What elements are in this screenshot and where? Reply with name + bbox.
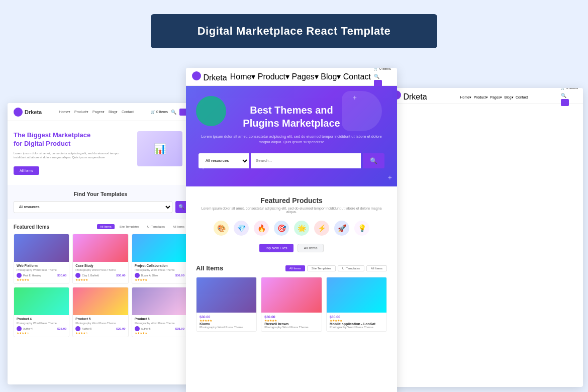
left-logo: Drketa xyxy=(14,108,42,117)
left-hero: The Biggest Marketplace for Digital Prod… xyxy=(8,121,193,185)
product-name: Web Platform xyxy=(17,264,66,267)
star-rating: ★★★★★ xyxy=(200,319,253,322)
featured-items-section: Featured Items All Items Site Templates … xyxy=(8,219,193,342)
hero-search-input[interactable] xyxy=(251,153,361,168)
menu-button[interactable] xyxy=(561,99,569,106)
list-item: Project Collaboration Photography Word P… xyxy=(132,234,187,284)
category-icon-2[interactable]: 💎 xyxy=(234,221,249,236)
product-category: Photography Word Press Theme xyxy=(75,322,125,325)
title-banner: Digital Marketplace React Template xyxy=(151,14,437,48)
list-item: Web Platform Photography Word Press Them… xyxy=(14,234,69,284)
star-rating: ★★★★★ xyxy=(135,331,184,335)
tab-all-items-2[interactable]: All Items xyxy=(170,224,187,229)
left-hero-image xyxy=(137,131,187,175)
category-icon-1[interactable]: 🎨 xyxy=(214,221,229,236)
category-icon-6[interactable]: ⚡ xyxy=(314,221,329,236)
avatar xyxy=(17,326,22,331)
left-hero-text: The Biggest Marketplace for Digital Prod… xyxy=(14,131,132,175)
ai-tab-all[interactable]: All Items xyxy=(285,265,305,271)
cart-button[interactable]: 🛒 0 Items xyxy=(561,88,578,90)
left-screenshot: Drketa Home▾ Product▾ Pages▾ Blog▾ Conta… xyxy=(8,103,193,384)
tab-all-items[interactable]: All Items xyxy=(97,224,115,229)
search-icon[interactable]: 🔍 xyxy=(561,93,566,98)
right-navbar: Drketa Home▾ Product▾ Pages▾ Blog▾ Conta… xyxy=(387,88,583,104)
category-icon-7[interactable]: 🚀 xyxy=(334,221,349,236)
all-items-section: All Items All Items Site Templates UI Te… xyxy=(186,264,397,337)
right-screenshot: Drketa Home▾ Product▾ Pages▾ Blog▾ Conta… xyxy=(387,88,583,387)
product-category: Photography Word Press Theme xyxy=(75,268,125,271)
tab-site-templates[interactable]: Site Templates xyxy=(117,224,142,229)
center-hero: + + + Best Themes and Plugins Marketplac… xyxy=(186,86,397,186)
right-nav-icons: 🛒 0 Items 🔍 xyxy=(561,88,578,106)
cart-button[interactable]: 🛒 0 Items xyxy=(151,110,168,114)
center-featured-products: Featured Products Lorem ipsum dolor sit … xyxy=(186,186,397,264)
product-name: Product 4 xyxy=(17,317,66,321)
list-item: Case Study Photography Word Press Theme … xyxy=(72,234,128,284)
search-row: All resources 🔍 xyxy=(14,201,187,213)
category-icon-8[interactable]: 💡 xyxy=(354,221,369,236)
center-nav-links: Home▾ Product▾ Pages▾ Blog▾ Contact xyxy=(230,72,371,81)
price: $30.00 xyxy=(330,315,383,319)
logo-icon xyxy=(14,108,23,117)
center-tabs: Top New Files All Items xyxy=(196,244,387,252)
product-thumbnail xyxy=(327,277,386,313)
product-thumbnail xyxy=(14,234,69,262)
price: $30.00 xyxy=(116,274,125,277)
all-items-button[interactable]: All Items xyxy=(14,166,39,175)
product-thumbnail xyxy=(261,277,321,313)
category-icon-3[interactable]: 🔥 xyxy=(254,221,269,236)
author-name: Author 6 xyxy=(141,327,151,330)
center-logo-text: Drketa xyxy=(203,73,227,82)
center-hero-description: Lorem ipsum dolor sit amet, consectetur … xyxy=(199,134,384,145)
product-thumbnail xyxy=(197,277,256,313)
product-category: Photography Word Press Theme xyxy=(264,326,318,329)
hero-illustration xyxy=(137,131,182,166)
right-nav-links: Home▾ Product▾ Pages▾ Blog▾ Contact xyxy=(460,91,528,101)
author-name: Paul E. Hensley xyxy=(23,274,41,277)
ai-tab-ui[interactable]: UI Templates xyxy=(338,265,364,271)
price: $30.00 xyxy=(200,315,253,319)
product-thumbnail xyxy=(132,234,187,262)
category-icon-4[interactable]: 🎯 xyxy=(274,221,289,236)
tab-ui-templates[interactable]: UI Templates xyxy=(144,224,168,229)
ai-tab-site[interactable]: Site Templates xyxy=(307,265,336,271)
right-logo: Drketa xyxy=(392,90,427,102)
product-info: Case Study Photography Word Press Theme … xyxy=(73,262,128,283)
list-item: Product 4 Photography Word Press Theme A… xyxy=(14,287,69,337)
avatar xyxy=(135,273,140,278)
star-rating: ★★★★☆ xyxy=(75,331,125,335)
logo-icon xyxy=(192,71,201,80)
tab-top-new-files[interactable]: Top New Files xyxy=(259,244,293,252)
author-name: Author 5 xyxy=(82,327,91,330)
featured-header: Featured Items All Items Site Templates … xyxy=(14,224,187,230)
featured-products-heading: Featured Products xyxy=(196,197,387,205)
center-screenshot: Drketa Home▾ Product▾ Pages▾ Blog▾ Conta… xyxy=(186,68,397,392)
hero-search-button[interactable]: 🔍 xyxy=(363,153,384,168)
list-item: $30.00 ★★★★★ Kiamu Photography Word Pres… xyxy=(196,277,257,332)
product-info: Product 5 Photography Word Press Theme A… xyxy=(73,315,128,337)
resources-select[interactable]: All resources xyxy=(14,201,172,213)
all-items-grid: $30.00 ★★★★★ Kiamu Photography Word Pres… xyxy=(196,277,387,332)
product-category: Photography Word Press Theme xyxy=(200,326,253,329)
author-name: Duane A. Olive xyxy=(141,274,158,277)
all-items-tabs: All Items Site Templates UI Templates Al… xyxy=(285,265,387,271)
star-rating: ★★★★☆ xyxy=(17,331,66,335)
all-items-header: All Items All Items Site Templates UI Te… xyxy=(196,264,387,272)
product-category: Photography Word Press Theme xyxy=(135,322,184,325)
price: $20.00 xyxy=(116,327,125,330)
price: $30.00 xyxy=(264,315,318,319)
search-icon[interactable]: 🔍 xyxy=(171,110,176,115)
ai-tab-all-2[interactable]: All Items xyxy=(366,265,387,271)
right-logo-text: Drketa xyxy=(403,92,427,101)
category-icon-5[interactable]: 🌟 xyxy=(294,221,309,236)
product-category: Photography Word Press Theme xyxy=(330,326,383,329)
star-rating: ★★★★★ xyxy=(330,319,383,322)
category-icons-row: 🎨 💎 🔥 🎯 🌟 ⚡ 🚀 💡 xyxy=(196,221,387,236)
search-icon[interactable]: 🔍 xyxy=(374,74,379,79)
cart-button[interactable]: 🛒 0 Items xyxy=(374,68,391,71)
product-thumbnail xyxy=(132,287,187,315)
hero-resources-select[interactable]: All resources xyxy=(199,153,249,168)
center-hero-heading: Best Themes and Plugins Marketplace xyxy=(199,104,384,130)
price: $30.00 xyxy=(175,274,184,277)
tab-all-items[interactable]: All Items xyxy=(298,244,324,252)
